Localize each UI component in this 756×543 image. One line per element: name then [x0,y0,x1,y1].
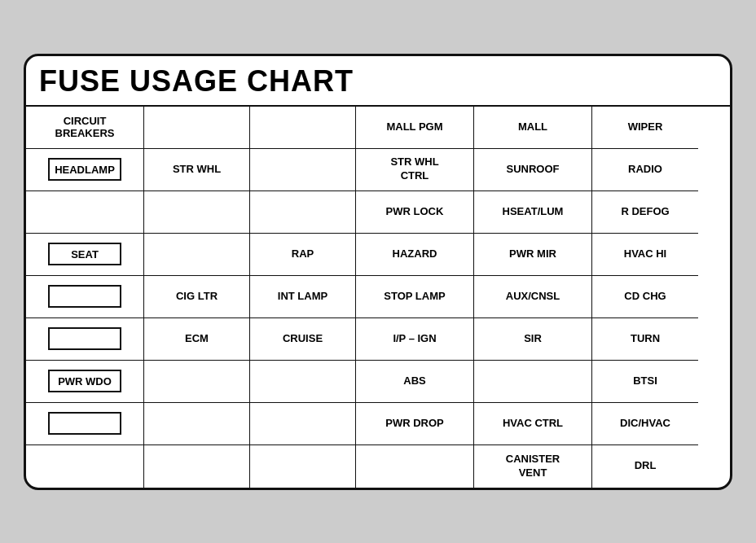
pwr-wdo-row: PWR WDO [26,361,143,403]
lp-empty-box-3 [26,403,143,445]
cell-r4-c2: STOP LAMP [356,276,474,318]
cell-r1-c0: STR WHL [144,149,250,191]
cell-r2-c1 [250,191,356,234]
cell-r4-c1: INT LAMP [250,276,356,318]
cell-r0-c0 [144,107,250,149]
cell-r3-c2: HAZARD [356,234,474,276]
cell-r4-c4: CD CHG [592,276,698,318]
cell-r2-c2: PWR LOCK [356,191,474,234]
cell-r7-c0 [144,403,250,445]
cell-r1-c2: STR WHLCTRL [356,149,474,191]
cell-r5-c1: CRUISE [250,318,356,361]
seat-row: SEAT [26,234,143,276]
cell-r0-c3: MALL [474,107,592,149]
cell-r4-c0: CIG LTR [144,276,250,318]
pwr-wdo-box: PWR WDO [48,370,121,392]
unnamed-box-2 [48,327,121,350]
cell-r1-c3: SUNROOF [474,149,592,191]
cell-r3-c0 [144,234,250,276]
seat-box: SEAT [48,243,121,265]
cell-r5-c2: I/P – IGN [356,318,474,361]
unnamed-box-1 [48,285,121,308]
cell-r6-c1 [250,361,356,403]
cell-r1-c4: RADIO [592,149,698,191]
cell-r6-c2: ABS [356,361,474,403]
cb-label-row: CIRCUITBREAKERS [26,107,143,149]
cell-r8-c2 [356,445,474,488]
cell-r5-c4: TURN [592,318,698,361]
headlamp-row: HEADLAMP [26,149,143,191]
cell-r8-c3: CANISTERVENT [474,445,592,488]
cell-r7-c2: PWR DROP [356,403,474,445]
cell-r7-c1 [250,403,356,445]
lp-empty-box-1 [26,276,143,318]
lp-empty-1 [26,191,143,234]
cb-label: CIRCUITBREAKERS [55,115,115,139]
cell-r2-c0 [144,191,250,234]
headlamp-box: HEADLAMP [48,158,121,181]
cell-r8-c1 [250,445,356,488]
lp-empty-box-2 [26,318,143,361]
cell-r0-c2: MALL PGM [356,107,474,149]
cell-r4-c3: AUX/CNSL [474,276,592,318]
lp-empty-last [26,445,143,488]
cell-r3-c3: PWR MIR [474,234,592,276]
cell-r0-c4: WIPER [592,107,698,149]
cell-r7-c3: HVAC CTRL [474,403,592,445]
cell-r8-c0 [144,445,250,488]
cell-r1-c1 [250,149,356,191]
cell-r2-c4: R DEFOG [592,191,698,234]
cell-r3-c1: RAP [250,234,356,276]
cell-r6-c4: BTSI [592,361,698,403]
cell-r5-c3: SIR [474,318,592,361]
cell-r5-c0: ECM [144,318,250,361]
cell-r6-c3 [474,361,592,403]
left-panel: CIRCUITBREAKERS HEADLAMP SEAT PWR WDO [26,107,144,488]
right-grid: MALL PGMMALLWIPERSTR WHLSTR WHLCTRLSUNRO… [144,107,730,488]
cell-r3-c4: HVAC HI [592,234,698,276]
unnamed-box-3 [48,412,121,435]
cell-r6-c0 [144,361,250,403]
chart-title: FUSE USAGE CHART [26,56,730,107]
cell-r8-c4: DRL [592,445,698,488]
cell-r7-c4: DIC/HVAC [592,403,698,445]
chart-body: CIRCUITBREAKERS HEADLAMP SEAT PWR WDO [26,107,730,488]
fuse-chart: FUSE USAGE CHART CIRCUITBREAKERS HEADLAM… [24,54,732,490]
cell-r0-c1 [250,107,356,149]
cell-r2-c3: HSEAT/LUM [474,191,592,234]
